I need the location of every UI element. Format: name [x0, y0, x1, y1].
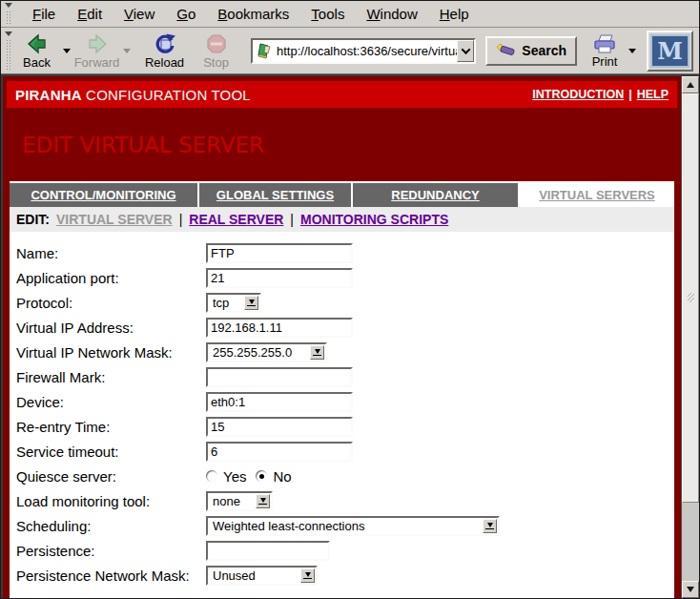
protocol-value: tcp [213, 296, 238, 310]
edit-subnav: EDIT: VIRTUAL SERVER | REAL SERVER | MON… [10, 207, 674, 232]
protocol-select[interactable]: tcp [206, 293, 261, 313]
browser-viewport: PIRANHA CONFIGURATION TOOL INTRODUCTION … [1, 74, 699, 598]
persistence-label: Persistence: [16, 543, 206, 559]
form-row-service-timeout: Service timeout: [10, 439, 674, 464]
application-port-input[interactable] [206, 268, 353, 288]
dropdown-arrow-icon [300, 568, 315, 583]
stop-button[interactable]: Stop [194, 30, 238, 72]
content-panel: CONTROL/MONITORING GLOBAL SETTINGS REDUN… [10, 181, 674, 598]
device-input[interactable] [206, 392, 353, 412]
form-row-scheduling: Scheduling: Weighted least-connections [10, 513, 674, 538]
quiesce-no-label: No [273, 468, 291, 485]
back-icon [26, 32, 49, 55]
quiesce-yes-radio[interactable] [206, 470, 217, 482]
form-row-name: Name: [10, 240, 674, 265]
menu-file[interactable]: File [30, 4, 58, 24]
subnav-separator: | [179, 212, 183, 227]
subnav-virtual-server-link[interactable]: VIRTUAL SERVER [56, 212, 173, 227]
subnav-real-server-link[interactable]: REAL SERVER [189, 212, 283, 227]
reentry-time-label: Re-entry Time: [16, 419, 206, 435]
virtual-ip-mask-select[interactable]: 255.255.255.0 [206, 342, 327, 362]
grippy-dots [6, 39, 11, 71]
tab-bar: CONTROL/MONITORING GLOBAL SETTINGS REDUN… [10, 181, 674, 207]
reload-button[interactable]: Reload [142, 30, 187, 72]
reload-icon [154, 32, 176, 55]
page-title-block: EDIT VIRTUAL SERVER [3, 108, 681, 181]
piranha-page: PIRANHA CONFIGURATION TOOL INTRODUCTION … [3, 76, 681, 598]
menu-view[interactable]: View [121, 4, 157, 24]
subnav-monitoring-scripts-link[interactable]: MONITORING SCRIPTS [300, 212, 448, 227]
subnav-separator: | [290, 212, 294, 227]
toolbar-grippy[interactable] [4, 3, 13, 25]
scrollbar-grip-icon [686, 292, 696, 304]
quiesce-no-radio[interactable] [256, 470, 267, 482]
scrollbar-track[interactable] [682, 93, 699, 581]
dropdown-arrow-icon [244, 296, 258, 310]
chevron-down-icon [461, 45, 470, 54]
firewall-mark-input[interactable] [206, 367, 353, 387]
scroll-down-button[interactable] [682, 581, 699, 598]
menu-window[interactable]: Window [363, 4, 420, 24]
scheduling-value: Weighted least-connections [213, 519, 477, 533]
introduction-link[interactable]: INTRODUCTION [532, 88, 624, 101]
scheduling-label: Scheduling: [16, 518, 206, 534]
service-timeout-input[interactable] [206, 442, 353, 462]
back-dropdown-icon[interactable] [63, 49, 71, 53]
virtual-ip-mask-value: 255.255.255.0 [213, 345, 304, 360]
menu-tools[interactable]: Tools [308, 4, 347, 24]
virtual-ip-label: Virtual IP Address: [16, 320, 206, 336]
reload-label: Reload [145, 55, 184, 70]
search-icon [496, 43, 517, 58]
scrollbar-thumb[interactable] [682, 93, 699, 503]
back-button[interactable]: Back [14, 30, 59, 72]
print-dropdown-icon[interactable] [628, 49, 636, 53]
persistence-mask-select[interactable]: Unused [206, 566, 318, 586]
form-row-reentry-time: Re-entry Time: [10, 414, 674, 439]
service-timeout-label: Service timeout: [16, 444, 206, 460]
menu-help[interactable]: Help [437, 4, 472, 24]
tab-control-monitoring[interactable]: CONTROL/MONITORING [10, 183, 197, 207]
url-dropdown-button[interactable] [457, 40, 474, 62]
tab-redundancy[interactable]: REDUNDANCY [353, 183, 518, 207]
dropdown-arrow-icon [256, 494, 270, 508]
header-link-separator: | [628, 88, 632, 101]
mozilla-logo-button[interactable]: M [647, 31, 693, 72]
name-input[interactable] [206, 243, 353, 263]
load-monitoring-select[interactable]: none [206, 491, 273, 511]
help-link[interactable]: HELP [637, 88, 669, 101]
firewall-mark-label: Firewall Mark: [16, 369, 206, 385]
menu-go[interactable]: Go [174, 4, 198, 24]
url-input[interactable] [277, 40, 457, 62]
menu-bookmarks[interactable]: Bookmarks [215, 4, 292, 24]
scroll-up-button[interactable] [682, 76, 699, 93]
form-row-virtual-ip: Virtual IP Address: [10, 315, 674, 340]
reentry-time-input[interactable] [206, 417, 353, 437]
tab-global-settings[interactable]: GLOBAL SETTINGS [199, 183, 351, 207]
arrow-up-icon [687, 82, 694, 88]
menu-edit[interactable]: Edit [74, 4, 105, 24]
browser-window: File Edit View Go Bookmarks Tools Window… [0, 0, 700, 599]
tab-virtual-servers[interactable]: VIRTUAL SERVERS [520, 183, 674, 207]
search-button[interactable]: Search [485, 36, 577, 66]
edit-prefix: EDIT: [16, 212, 50, 227]
toolbar-grippy[interactable] [4, 31, 13, 71]
device-label: Device: [16, 394, 206, 410]
print-button[interactable]: Print [585, 30, 625, 72]
form-row-persistence: Persistence: [10, 538, 674, 563]
forward-dropdown-icon[interactable] [123, 49, 131, 53]
virtual-ip-input[interactable] [206, 318, 353, 338]
persistence-input[interactable] [206, 541, 330, 561]
virtual-ip-mask-label: Virtual IP Network Mask: [16, 344, 206, 361]
quiesce-radio-group: Yes No [206, 468, 301, 485]
scheduling-select[interactable]: Weighted least-connections [206, 516, 500, 536]
app-title-rest: CONFIGURATION TOOL [82, 87, 251, 103]
search-label: Search [522, 43, 566, 58]
forward-button[interactable]: Forward [74, 30, 119, 72]
stop-label: Stop [203, 55, 229, 70]
form-row-application-port: Application port: [10, 265, 674, 290]
form-row-firewall-mark: Firewall Mark: [10, 364, 674, 389]
grippy-collapse-icon [5, 3, 12, 8]
form-row-persistence-mask: Persistence Network Mask: Unused [10, 563, 674, 588]
app-title-bold: PIRANHA [15, 87, 82, 103]
url-bar [251, 38, 476, 64]
